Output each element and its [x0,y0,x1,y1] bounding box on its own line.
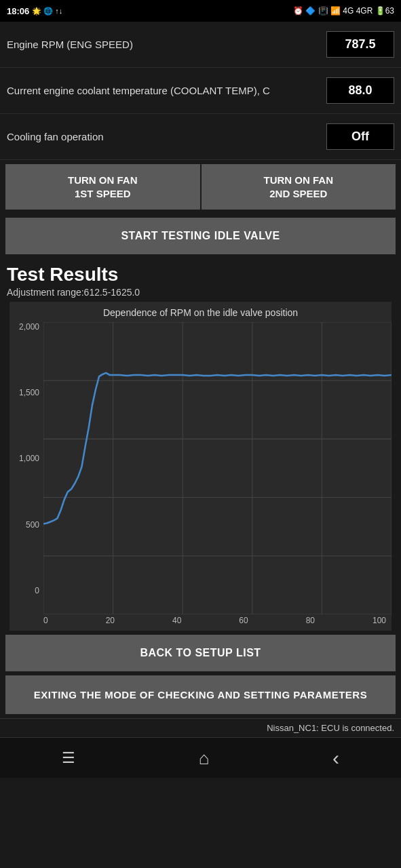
chart-container: Dependence of RPM on the idle valve posi… [9,302,392,631]
status-bar: 18:06 🌟 🌐 ↑↓ ⏰ 🔷 📳 📶 4G 4GR 🔋63 [0,0,401,22]
chart-inner [43,322,392,614]
cooling-fan-row: Cooling fan operation Off [0,114,401,160]
navigation-bar: ☰ ⌂ ‹ [0,737,401,778]
home-icon[interactable]: ⌂ [199,748,210,769]
cooling-fan-label: Cooling fan operation [7,130,326,144]
back-icon[interactable]: ‹ [332,747,339,770]
exit-mode-button[interactable]: EXITING THE MODE OF CHECKING AND SETTING… [5,675,396,714]
chart-area: 2,000 1,500 1,000 500 0 [9,322,392,614]
menu-icon[interactable]: ☰ [62,749,75,767]
adjustment-range: Adjustment range:612.5-1625.0 [7,287,394,298]
test-results-section: Test Results Adjustment range:612.5-1625… [0,258,401,631]
status-time: 18:06 🌟 🌐 ↑↓ [7,6,62,16]
x-axis: 0 20 40 60 80 100 [9,616,392,625]
engine-rpm-row: Engine RPM (ENG SPEED) 787.5 [0,22,401,68]
chart-title: Dependence of RPM on the idle valve posi… [9,307,392,318]
coolant-temp-row: Current engine coolant temperature (COOL… [0,68,401,114]
coolant-temp-value: 88.0 [326,77,394,104]
fan-2nd-speed-button[interactable]: TURN ON FAN2ND SPEED [202,164,396,210]
start-testing-button[interactable]: START TESTING IDLE VALVE [5,218,396,254]
main-content: Engine RPM (ENG SPEED) 787.5 Current eng… [0,22,401,737]
fan-1st-speed-button[interactable]: TURN ON FAN1ST SPEED [5,164,200,210]
engine-rpm-label: Engine RPM (ENG SPEED) [7,38,326,52]
svg-rect-0 [43,322,392,614]
status-icons: ⏰ 🔷 📳 📶 4G 4GR 🔋63 [293,6,394,16]
connection-status: Nissan_NC1: ECU is connected. [0,718,401,737]
fan-buttons-container: TURN ON FAN1ST SPEED TURN ON FAN2ND SPEE… [0,160,401,214]
engine-rpm-value: 787.5 [326,31,394,58]
chart-svg [43,322,392,614]
cooling-fan-value: Off [326,123,394,150]
test-results-title: Test Results [7,264,394,285]
back-to-setup-button[interactable]: BACK TO SETUP LIST [5,635,396,671]
y-axis: 2,000 1,500 1,000 500 0 [9,322,43,614]
coolant-temp-label: Current engine coolant temperature (COOL… [7,84,326,98]
